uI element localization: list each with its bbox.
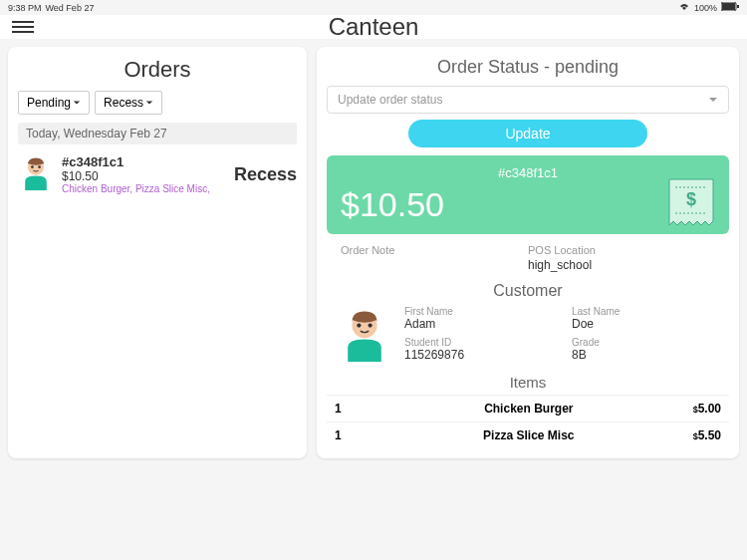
svg-text:$: $ bbox=[686, 189, 696, 209]
order-note-label: Order Note bbox=[341, 244, 528, 256]
svg-point-10 bbox=[357, 324, 361, 328]
item-qty: 1 bbox=[335, 402, 365, 416]
chevron-down-icon bbox=[73, 99, 81, 107]
item-row: 1 Chicken Burger $5.00 bbox=[327, 395, 729, 421]
customer-title: Customer bbox=[327, 282, 729, 300]
pos-location-value: high_school bbox=[528, 258, 715, 272]
order-list-item[interactable]: #c348f1c1 $10.50 Chicken Burger, Pizza S… bbox=[18, 149, 297, 199]
order-items-summary: Chicken Burger, Pizza Slice Misc, bbox=[62, 183, 226, 194]
menu-icon[interactable] bbox=[12, 21, 34, 33]
item-price: $5.00 bbox=[693, 402, 721, 416]
items-title: Items bbox=[327, 370, 729, 395]
svg-point-11 bbox=[369, 324, 373, 328]
pending-filter-label: Pending bbox=[27, 96, 71, 110]
status-select[interactable]: Update order status bbox=[327, 86, 729, 114]
orders-title: Orders bbox=[18, 57, 297, 83]
order-card: #c348f1c1 $10.50 $ bbox=[327, 155, 729, 234]
update-button[interactable]: Update bbox=[408, 120, 647, 147]
first-name-value: Adam bbox=[404, 317, 552, 331]
date-header: Today, Wednesday Feb 27 bbox=[18, 123, 297, 144]
last-name-label: Last Name bbox=[572, 306, 719, 317]
status-time: 9:38 PM bbox=[8, 3, 42, 13]
battery-percent: 100% bbox=[694, 3, 717, 13]
app-title: Canteen bbox=[329, 13, 419, 41]
item-qty: 1 bbox=[335, 428, 365, 442]
order-price: $10.50 bbox=[62, 169, 226, 183]
card-price: $10.50 bbox=[341, 185, 715, 224]
status-panel: Order Status - pending Update order stat… bbox=[317, 47, 739, 458]
pos-location-label: POS Location bbox=[528, 244, 715, 256]
svg-point-5 bbox=[38, 165, 41, 168]
avatar-icon bbox=[18, 154, 54, 190]
item-name: Chicken Burger bbox=[365, 402, 693, 416]
chevron-down-icon bbox=[708, 95, 718, 105]
order-tag: Recess bbox=[234, 164, 297, 185]
avatar-icon bbox=[337, 306, 392, 362]
student-id-value: 115269876 bbox=[404, 348, 552, 362]
student-id-label: Student ID bbox=[404, 337, 552, 348]
battery-icon bbox=[721, 2, 739, 13]
grade-label: Grade bbox=[572, 337, 719, 348]
wifi-icon bbox=[678, 2, 690, 13]
recess-filter[interactable]: Recess bbox=[95, 91, 162, 115]
pending-filter[interactable]: Pending bbox=[18, 91, 90, 115]
recess-filter-label: Recess bbox=[104, 96, 143, 110]
svg-point-4 bbox=[31, 165, 34, 168]
status-date: Wed Feb 27 bbox=[46, 3, 95, 13]
card-order-id: #c348f1c1 bbox=[341, 165, 715, 180]
status-select-placeholder: Update order status bbox=[338, 93, 442, 107]
order-id: #c348f1c1 bbox=[62, 154, 226, 169]
svg-rect-2 bbox=[737, 5, 739, 8]
grade-value: 8B bbox=[572, 348, 719, 362]
last-name-value: Doe bbox=[572, 317, 719, 331]
item-price: $5.50 bbox=[693, 428, 721, 442]
first-name-label: First Name bbox=[404, 306, 552, 317]
app-header: Canteen bbox=[0, 15, 747, 39]
item-row: 1 Pizza Slice Misc $5.50 bbox=[327, 421, 729, 448]
chevron-down-icon bbox=[145, 99, 153, 107]
item-name: Pizza Slice Misc bbox=[365, 428, 693, 442]
status-title: Order Status - pending bbox=[327, 57, 729, 78]
orders-panel: Orders Pending Recess Today, Wednesday F… bbox=[8, 47, 307, 458]
svg-rect-1 bbox=[722, 3, 735, 10]
receipt-icon: $ bbox=[667, 177, 715, 229]
